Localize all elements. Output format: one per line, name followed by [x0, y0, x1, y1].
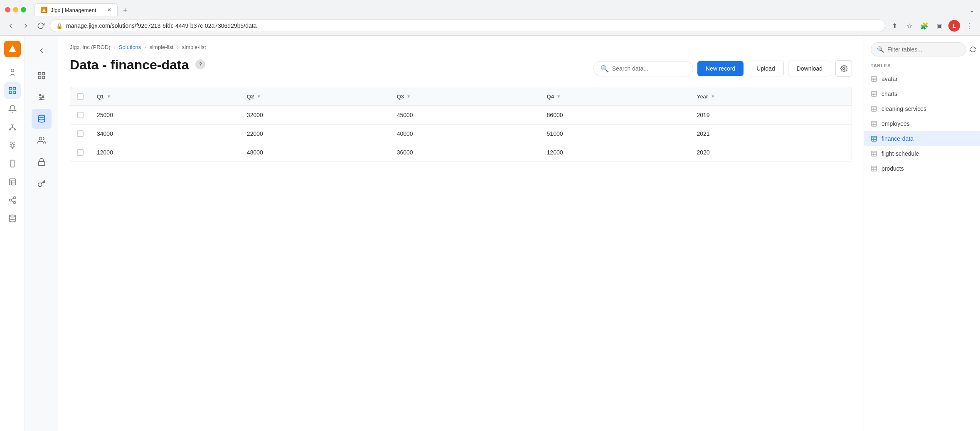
- search-box[interactable]: 🔍: [593, 61, 693, 76]
- upload-button[interactable]: Upload: [748, 61, 783, 76]
- table-header-q3[interactable]: Q3 ▼: [390, 87, 540, 106]
- row-q3-0[interactable]: 45000: [390, 106, 540, 125]
- new-tab-button[interactable]: +: [119, 5, 131, 16]
- secondary-icon-lock[interactable]: [32, 152, 52, 172]
- bookmark-icon[interactable]: ☆: [904, 20, 915, 32]
- svg-rect-44: [872, 91, 877, 96]
- sidebar-icon-database[interactable]: [4, 210, 21, 227]
- help-button[interactable]: ?: [195, 59, 205, 69]
- header-actions: 🔍 New record Upload Download: [593, 57, 852, 77]
- secondary-icon-users[interactable]: [32, 130, 52, 150]
- table-item-name: avatar: [882, 76, 898, 82]
- tab-close-btn[interactable]: ✕: [107, 7, 111, 13]
- table-header-q4[interactable]: Q4 ▼: [540, 87, 690, 106]
- new-record-button[interactable]: New record: [697, 61, 744, 76]
- svg-point-37: [39, 137, 42, 140]
- sidebar-icon-bug[interactable]: [4, 137, 21, 154]
- sidebar-table-item-finance-data[interactable]: finance-data: [864, 131, 980, 146]
- secondary-icon-controls[interactable]: [32, 87, 52, 107]
- secondary-sidebar: [25, 36, 58, 431]
- row-q2-1[interactable]: 22000: [240, 125, 390, 143]
- tables-section-label: TABLES: [864, 60, 980, 70]
- settings-button[interactable]: [835, 60, 852, 77]
- row-q2-0[interactable]: 32000: [240, 106, 390, 125]
- svg-point-2: [11, 69, 14, 72]
- extensions-icon[interactable]: 🧩: [918, 20, 930, 32]
- row-q4-2[interactable]: 12000: [540, 143, 690, 162]
- sidebar-table-item-flight-schedule[interactable]: flight-schedule: [864, 146, 980, 161]
- row-year-1[interactable]: 2021: [690, 125, 852, 143]
- row-q1-0[interactable]: 25000: [90, 106, 240, 125]
- filter-input-wrap[interactable]: 🔍: [871, 42, 966, 56]
- sidebar-icon-phone[interactable]: [4, 155, 21, 172]
- sidebar-icon-brand[interactable]: [4, 41, 21, 57]
- address-bar[interactable]: 🔒 manage.jigx.com/solutions/f92e7213-6fd…: [50, 20, 885, 32]
- sidebar-table-item-employees[interactable]: employees: [864, 116, 980, 131]
- secondary-icon-data-active[interactable]: [32, 109, 52, 129]
- table-header-checkbox: [70, 87, 90, 106]
- sidebar-table-item-charts[interactable]: charts: [864, 86, 980, 101]
- row-select-1[interactable]: [77, 130, 84, 137]
- row-select-0[interactable]: [77, 112, 84, 118]
- breadcrumb-solution: simple-list: [150, 44, 174, 50]
- row-checkbox-2: [70, 143, 90, 162]
- table-header-q2[interactable]: Q2 ▼: [240, 87, 390, 106]
- sidebar-icon-bell[interactable]: [4, 100, 21, 117]
- reload-nav-button[interactable]: [35, 20, 47, 32]
- row-checkbox-1: [70, 125, 90, 143]
- refresh-tables-button[interactable]: [970, 44, 976, 55]
- sidebar-table-item-products[interactable]: products: [864, 161, 980, 176]
- secondary-icon-grid[interactable]: [32, 66, 52, 86]
- sidebar-icon-data[interactable]: [4, 82, 21, 99]
- row-q2-2[interactable]: 48000: [240, 143, 390, 162]
- filter-tables-input[interactable]: [887, 46, 960, 53]
- traffic-light-minimize[interactable]: [13, 7, 18, 12]
- secondary-icon-key[interactable]: [32, 174, 52, 193]
- row-select-2[interactable]: [77, 149, 84, 156]
- svg-point-36: [38, 115, 44, 118]
- table-list-icon: [871, 165, 877, 172]
- sidebar-icon-users[interactable]: [4, 64, 21, 81]
- svg-rect-27: [42, 73, 44, 75]
- row-year-0[interactable]: 2019: [690, 106, 852, 125]
- svg-point-21: [9, 199, 11, 201]
- sidebar-icon-share[interactable]: [4, 192, 21, 208]
- share-toolbar-icon[interactable]: ⬆: [889, 20, 900, 32]
- sidebar-icon-table[interactable]: [4, 174, 21, 190]
- user-avatar[interactable]: L: [948, 20, 960, 32]
- row-q4-1[interactable]: 51000: [540, 125, 690, 143]
- table-header-q1[interactable]: Q1 ▼: [90, 87, 240, 106]
- row-q1-1[interactable]: 34000: [90, 125, 240, 143]
- browser-tab-active[interactable]: Jigx | Management ✕: [34, 3, 118, 16]
- traffic-light-maximize[interactable]: [21, 7, 26, 12]
- table-list-icon: [871, 76, 877, 82]
- download-button[interactable]: Download: [788, 61, 831, 76]
- sidebar-icon-tree[interactable]: [4, 119, 21, 135]
- svg-point-9: [14, 129, 15, 130]
- more-menu-icon[interactable]: ⋮: [963, 20, 975, 32]
- breadcrumb-solutions[interactable]: Solutions: [119, 44, 141, 50]
- svg-point-39: [843, 68, 845, 70]
- traffic-light-close[interactable]: [5, 7, 10, 12]
- back-nav-button[interactable]: [5, 20, 17, 32]
- forward-nav-button[interactable]: [20, 20, 32, 32]
- sidebar-table-item-cleaning-services[interactable]: cleaning-services: [864, 101, 980, 116]
- split-view-icon[interactable]: ▣: [933, 20, 945, 32]
- row-q3-1[interactable]: 40000: [390, 125, 540, 143]
- table-item-name: employees: [882, 120, 910, 127]
- secondary-back-button[interactable]: [32, 41, 52, 61]
- row-q1-2[interactable]: 12000: [90, 143, 240, 162]
- toolbar-actions: ⬆ ☆ 🧩 ▣ L ⋮: [889, 20, 975, 32]
- row-year-2[interactable]: 2020: [690, 143, 852, 162]
- tables-list: avatar charts cleaning-ser: [864, 70, 980, 431]
- svg-rect-26: [38, 73, 41, 75]
- row-q3-2[interactable]: 36000: [390, 143, 540, 162]
- data-table: Q1 ▼ Q2 ▼: [70, 87, 852, 162]
- table-header-year[interactable]: Year ▼: [690, 87, 852, 106]
- sidebar-table-item-avatar[interactable]: avatar: [864, 71, 980, 86]
- search-input[interactable]: [612, 65, 686, 72]
- select-all-checkbox[interactable]: [77, 93, 84, 100]
- tables-header-section: 🔍: [864, 36, 980, 60]
- row-q4-0[interactable]: 86000: [540, 106, 690, 125]
- svg-point-7: [12, 124, 13, 125]
